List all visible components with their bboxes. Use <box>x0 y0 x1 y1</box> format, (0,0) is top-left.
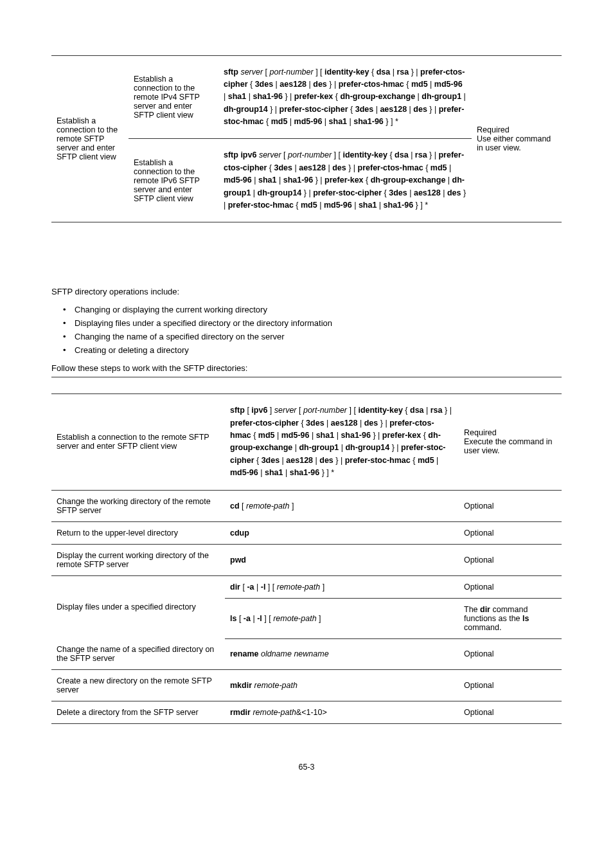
top-row1-cmd: sftp server [ port-number ] [ identity-k… <box>218 55 472 139</box>
dir-row1-cmd: sftp [ ipv6 ] server [ port-number ] [ i… <box>225 394 459 490</box>
dir-row5b-cmd: ls [ -a | -l ] [ remote-path ] <box>225 598 459 638</box>
dir-row4-rem: Optional <box>459 544 562 575</box>
dir-row1-rem: Required Execute the command in user vie… <box>459 394 562 490</box>
dir-row5a-cmd: dir [ -a | -l ] [ remote-path ] <box>225 575 459 598</box>
dir-row5b-rem: The dir command functions as the ls comm… <box>459 598 562 638</box>
dir-row2-desc: Change the working directory of the remo… <box>51 490 225 521</box>
bullet-list: Changing or displaying the current worki… <box>51 303 562 357</box>
bullet-1: Changing or displaying the current worki… <box>63 303 562 316</box>
bullet-2: Displaying files under a specified direc… <box>63 316 562 330</box>
bullet-4: Creating or deleting a directory <box>63 343 562 357</box>
follow-text: Follow these steps to work with the SFTP… <box>51 363 562 373</box>
dir-row3-rem: Optional <box>459 521 562 544</box>
top-row2-cmd: sftp ipv6 server [ port-number ] [ ident… <box>218 139 472 222</box>
dir-row8-rem: Optional <box>459 701 562 724</box>
top-col1: Establish a connection to the remote SFT… <box>51 55 129 222</box>
intro-text: SFTP directory operations include: <box>51 287 562 296</box>
top-row2-desc: Establish a connection to the remote IPv… <box>129 139 218 222</box>
dir-row5-desc: Display files under a specified director… <box>51 575 225 638</box>
dir-row7-cmd: mkdir remote-path <box>225 670 459 701</box>
dir-row5a-rem: Optional <box>459 575 562 598</box>
dir-row6-rem: Optional <box>459 638 562 670</box>
dir-row4-cmd: pwd <box>225 544 459 575</box>
dir-row8-desc: Delete a directory from the SFTP server <box>51 701 225 724</box>
dir-table: Establish a connection to the remote SFT… <box>51 377 562 724</box>
page-number: 65-3 <box>51 763 562 772</box>
dir-row3-cmd: cdup <box>225 521 459 544</box>
dir-row1-desc: Establish a connection to the remote SFT… <box>51 394 225 490</box>
top-table: Establish a connection to the remote SFT… <box>51 39 562 222</box>
dir-row2-rem: Optional <box>459 490 562 521</box>
dir-row7-rem: Optional <box>459 670 562 701</box>
top-remarks: Required Use either command in user view… <box>472 55 562 222</box>
dir-row2-cmd: cd [ remote-path ] <box>225 490 459 521</box>
top-row1-desc: Establish a connection to the remote IPv… <box>129 55 218 139</box>
dir-row7-desc: Create a new directory on the remote SFT… <box>51 670 225 701</box>
bullet-3: Changing the name of a specified directo… <box>63 330 562 343</box>
dir-row8-cmd: rmdir remote-path&<1-10> <box>225 701 459 724</box>
dir-row3-desc: Return to the upper-level directory <box>51 521 225 544</box>
dir-row4-desc: Display the current working directory of… <box>51 544 225 575</box>
dir-row6-desc: Change the name of a specified directory… <box>51 638 225 670</box>
dir-row6-cmd: rename oldname newname <box>225 638 459 670</box>
